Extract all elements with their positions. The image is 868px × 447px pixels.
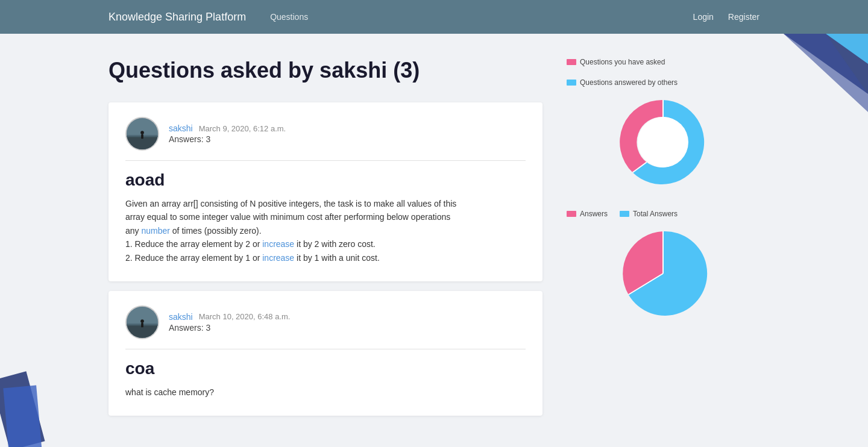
donut-legend-label-2: Questions answered by others <box>580 78 678 87</box>
svg-point-10 <box>140 131 144 134</box>
content-right: Questions you have asked Questions answe… <box>567 58 760 425</box>
author-name-2[interactable]: sakshi <box>169 312 193 322</box>
divider-1 <box>125 160 526 161</box>
question-card-2: sakshi March 10, 2020, 6:48 a.m. Answers… <box>108 291 542 416</box>
content-left: Questions asked by sakshi (3) <box>108 58 542 425</box>
page-title: Questions asked by sakshi (3) <box>108 58 542 83</box>
pie-chart-svg <box>615 225 711 322</box>
navbar-link-questions[interactable]: Questions <box>270 12 308 22</box>
pie-wrapper <box>567 225 760 322</box>
svg-rect-11 <box>141 134 143 139</box>
avatar-1 <box>125 117 159 151</box>
svg-point-17 <box>638 117 688 167</box>
card-meta-1: sakshi March 9, 2020, 6:12 a.m. Answers:… <box>169 123 286 144</box>
navbar-auth: Login Register <box>693 12 760 22</box>
highlight-increase-2: increase <box>262 253 294 263</box>
post-date-1: March 9, 2020, 6:12 a.m. <box>199 124 286 133</box>
donut-legend-label-1: Questions you have asked <box>580 58 665 66</box>
question-card-1: sakshi March 9, 2020, 6:12 a.m. Answers:… <box>108 102 542 281</box>
register-link[interactable]: Register <box>728 12 760 22</box>
donut-wrapper <box>567 94 760 190</box>
card-header-1: sakshi March 9, 2020, 6:12 a.m. Answers:… <box>125 117 526 151</box>
author-name-1[interactable]: sakshi <box>169 123 193 133</box>
question-title-2: coa <box>125 359 526 378</box>
pie-legend-label-2: Total Answers <box>633 210 678 218</box>
highlight-increase-1: increase <box>262 239 294 249</box>
post-date-2: March 10, 2020, 6:48 a.m. <box>199 312 291 321</box>
donut-chart-section: Questions you have asked Questions answe… <box>567 58 760 190</box>
divider-2 <box>125 349 526 349</box>
pie-legend-dot-2 <box>620 211 629 217</box>
navbar: Knowledge Sharing Platform Questions Log… <box>0 0 868 34</box>
pie-chart-section: Answers Total Answers <box>567 210 760 322</box>
answers-count-2: Answers: 3 <box>169 323 290 333</box>
donut-legend-dot-1 <box>567 59 576 65</box>
highlight-number: number <box>141 226 169 236</box>
navbar-brand[interactable]: Knowledge Sharing Platform <box>108 11 246 23</box>
answers-count-1: Answers: 3 <box>169 134 286 144</box>
main-container: Questions asked by sakshi (3) <box>0 34 868 447</box>
pie-legend-dot-1 <box>567 211 576 217</box>
question-body-1: Given an array arr[] consisting of N pos… <box>125 197 526 264</box>
card-header-2: sakshi March 10, 2020, 6:48 a.m. Answers… <box>125 305 526 339</box>
donut-legend-dot-2 <box>567 80 576 86</box>
question-title-1: aoad <box>125 170 526 190</box>
pie-legend-label-1: Answers <box>580 210 608 218</box>
avatar-2 <box>125 305 159 339</box>
login-link[interactable]: Login <box>693 12 714 22</box>
pie-legend-item-2: Total Answers <box>620 210 678 218</box>
donut-legend-item-1: Questions you have asked <box>567 58 665 66</box>
svg-rect-16 <box>141 323 143 327</box>
pie-legend: Answers Total Answers <box>567 210 760 218</box>
svg-point-15 <box>140 319 144 323</box>
card-meta-2: sakshi March 10, 2020, 6:48 a.m. Answers… <box>169 312 290 333</box>
donut-chart-svg <box>615 94 711 190</box>
question-body-2: what is cache memory? <box>125 386 526 399</box>
donut-legend: Questions you have asked Questions answe… <box>567 58 760 87</box>
pie-legend-item-1: Answers <box>567 210 608 218</box>
donut-legend-item-2: Questions answered by others <box>567 78 678 87</box>
